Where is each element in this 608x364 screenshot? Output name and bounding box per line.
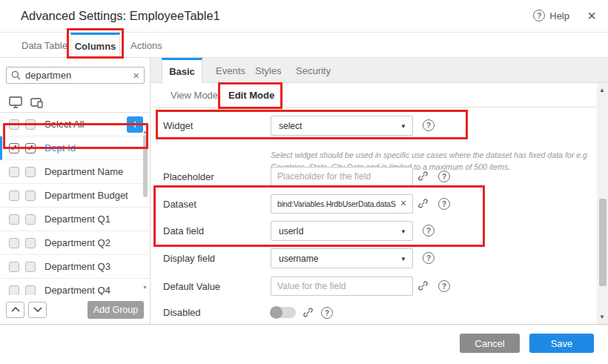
field-row-widget: Widget select ▼ ? Select widget should b… xyxy=(151,116,597,136)
move-down-button[interactable] xyxy=(28,302,47,318)
tab-data-table[interactable]: Data Table xyxy=(19,33,70,58)
list-item-select-all[interactable]: Select All + xyxy=(0,113,150,136)
help-icon: ? xyxy=(533,10,545,21)
bind-link-icon[interactable] xyxy=(417,198,429,209)
add-group-button[interactable]: Add Group xyxy=(87,301,144,319)
view-checkbox[interactable]: ✓ xyxy=(9,143,19,153)
help-icon[interactable]: ? xyxy=(438,280,450,292)
tab-view-mode[interactable]: View Mode xyxy=(171,83,218,107)
bind-link-icon[interactable] xyxy=(303,307,314,318)
column-search[interactable]: × xyxy=(6,67,145,84)
disabled-toggle[interactable] xyxy=(271,307,296,318)
clear-value-icon[interactable]: × xyxy=(400,198,406,208)
search-icon xyxy=(11,70,21,80)
field-label: Dataset xyxy=(163,199,196,210)
bind-link-icon[interactable] xyxy=(417,171,429,182)
help-button[interactable]: ? Help xyxy=(533,10,569,21)
dialog-header: Advanced Settings: EmployeeTable1 ? Help… xyxy=(0,0,608,33)
list-scroll-up-icon[interactable]: ▲ xyxy=(142,129,148,134)
edit-checkbox[interactable] xyxy=(25,167,36,177)
tab-columns[interactable]: Columns xyxy=(70,33,120,58)
help-icon[interactable]: ? xyxy=(423,252,434,264)
panel-scrollbar[interactable]: ▲ ▼ xyxy=(597,83,608,324)
advanced-settings-dialog: Advanced Settings: EmployeeTable1 ? Help… xyxy=(0,0,608,364)
edit-checkbox[interactable] xyxy=(25,214,36,225)
toggle-knob xyxy=(270,306,282,319)
view-checkbox[interactable] xyxy=(9,214,19,225)
tab-edit-mode[interactable]: Edit Mode xyxy=(228,83,274,107)
data-field-select[interactable]: userId ▼ xyxy=(271,221,413,241)
tab-security[interactable]: Security xyxy=(291,58,335,83)
edit-checkbox[interactable] xyxy=(25,285,36,296)
search-clear-icon[interactable]: × xyxy=(133,70,139,81)
list-scroll-down-icon[interactable]: ▼ xyxy=(142,285,148,290)
list-item-department-q2[interactable]: Department Q2 xyxy=(0,231,150,255)
field-label: Default Value xyxy=(163,281,220,292)
list-item-label: Department Q3 xyxy=(44,261,110,272)
list-item-department-q3[interactable]: Department Q3 xyxy=(0,255,150,279)
list-item-department-budget[interactable]: Department Budget xyxy=(0,184,150,208)
edit-checkbox[interactable]: ✓ xyxy=(25,143,36,153)
device-filter-row xyxy=(0,93,150,113)
columns-sidebar: × Select All + ✓ ✓ Dept Id xyxy=(0,58,151,324)
list-item-department-q4[interactable]: Department Q4 xyxy=(0,279,150,295)
placeholder-input[interactable] xyxy=(271,167,413,186)
tablet-mobile-icon[interactable] xyxy=(30,97,44,108)
selected-value: select xyxy=(279,121,302,131)
view-checkbox[interactable] xyxy=(9,191,19,201)
list-item-label: Select All xyxy=(44,119,84,130)
field-row-dataset: Dataset × ? xyxy=(151,194,597,215)
view-checkbox[interactable] xyxy=(9,167,19,177)
help-icon[interactable]: ? xyxy=(321,307,333,319)
field-label: Widget xyxy=(163,120,193,131)
help-icon[interactable]: ? xyxy=(438,171,450,182)
view-checkbox[interactable] xyxy=(9,238,19,248)
sidebar-footer: Add Group xyxy=(0,295,150,324)
list-item-dept-id[interactable]: ✓ ✓ Dept Id xyxy=(0,136,150,160)
list-scrollbar-thumb[interactable] xyxy=(143,135,148,197)
help-icon[interactable]: ? xyxy=(423,225,434,236)
save-button[interactable]: Save xyxy=(529,334,594,353)
search-input[interactable] xyxy=(25,70,128,81)
widget-select[interactable]: select ▼ xyxy=(271,116,413,136)
scroll-down-icon[interactable]: ▼ xyxy=(599,314,605,320)
edit-checkbox[interactable] xyxy=(25,238,36,248)
view-checkbox[interactable] xyxy=(9,285,19,296)
chevron-down-icon: ▼ xyxy=(400,228,406,235)
bind-link-icon[interactable] xyxy=(417,280,429,291)
properties-tab-bar: Basic Events Styles Security xyxy=(151,58,608,83)
view-checkbox[interactable] xyxy=(9,119,19,130)
close-icon[interactable]: × xyxy=(587,7,596,24)
edit-checkbox[interactable] xyxy=(25,262,36,272)
dataset-input[interactable] xyxy=(271,194,413,214)
add-column-button[interactable]: + xyxy=(127,116,143,133)
view-checkbox[interactable] xyxy=(9,262,19,272)
display-field-select[interactable]: username ▼ xyxy=(271,248,413,268)
edit-checkbox[interactable] xyxy=(25,191,36,201)
list-item-department-q1[interactable]: Department Q1 xyxy=(0,208,150,231)
mode-tab-bar: View Mode Edit Mode xyxy=(151,83,597,107)
help-icon[interactable]: ? xyxy=(423,119,434,131)
move-up-button[interactable] xyxy=(6,302,24,318)
default-value-input[interactable] xyxy=(271,277,413,296)
list-item-label: Department Budget xyxy=(44,190,128,201)
tab-styles[interactable]: Styles xyxy=(251,58,285,83)
selected-value: userId xyxy=(279,226,303,236)
help-icon[interactable]: ? xyxy=(438,198,450,210)
dialog-footer: Cancel Save xyxy=(0,324,608,364)
tab-basic[interactable]: Basic xyxy=(162,58,202,83)
edit-checkbox[interactable] xyxy=(25,119,36,130)
list-item-label: Department Q4 xyxy=(44,285,110,295)
edit-mode-form: Widget select ▼ ? Select widget should b… xyxy=(151,107,597,324)
field-row-display-field: Display field username ▼ ? xyxy=(151,248,597,269)
column-list: Select All + ✓ ✓ Dept Id Department Name… xyxy=(0,113,150,295)
scrollbar-thumb[interactable] xyxy=(599,199,607,286)
tab-events[interactable]: Events xyxy=(211,58,250,83)
field-row-placeholder: Placeholder ? xyxy=(151,167,597,188)
scroll-up-icon[interactable]: ▲ xyxy=(599,87,605,93)
tab-actions[interactable]: Actions xyxy=(128,33,165,58)
desktop-icon[interactable] xyxy=(9,96,23,108)
cancel-button[interactable]: Cancel xyxy=(460,334,520,353)
list-item-department-name[interactable]: Department Name xyxy=(0,160,150,184)
chevron-down-icon: ▼ xyxy=(400,256,406,262)
